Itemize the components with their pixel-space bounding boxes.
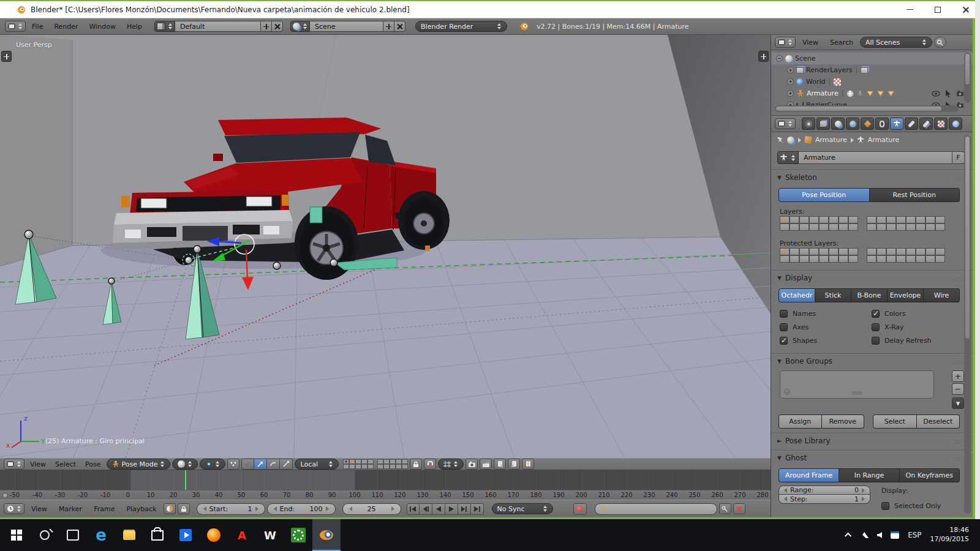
list-grip-icon[interactable]	[852, 392, 862, 394]
viewport-shading-selector[interactable]	[172, 459, 198, 470]
layer-toggle[interactable]	[799, 223, 809, 231]
layer-toggle[interactable]	[809, 223, 819, 231]
tab-bone-constraints-icon[interactable]	[919, 118, 933, 130]
panel-header-ghost[interactable]: ▼Ghost	[777, 454, 807, 462]
scene-value[interactable]: Scene	[310, 21, 383, 32]
layer-toggle[interactable]	[848, 255, 858, 263]
add-layout-button[interactable]	[261, 21, 272, 32]
display-option-shapes[interactable]: Shapes	[780, 334, 867, 347]
panel-header-bone-groups[interactable]: ▼Bone Groups	[777, 357, 832, 365]
layer-toggle[interactable]	[819, 223, 829, 231]
play-button[interactable]	[445, 503, 458, 515]
file-explorer-icon[interactable]	[115, 519, 143, 551]
layer-toggle[interactable]	[799, 255, 809, 263]
bone-group-specials-button[interactable]: ▾	[952, 397, 964, 409]
viewport-layer-toggle[interactable]	[349, 464, 355, 469]
layer-toggle[interactable]	[839, 216, 848, 223]
tab-material-icon[interactable]	[934, 118, 948, 130]
collapse-icon[interactable]	[776, 55, 783, 62]
ghost-selected-only-option[interactable]: Selected Only	[881, 499, 941, 512]
bone-joint-selected[interactable]	[185, 257, 192, 264]
increment-icon[interactable]	[862, 497, 865, 501]
tab-render-layers-icon[interactable]	[816, 118, 830, 130]
search-icon[interactable]	[31, 519, 59, 551]
outliner-item-scene[interactable]: Scene	[771, 53, 973, 64]
display-option-x-ray[interactable]: X-Ray	[872, 320, 959, 334]
jump-to-next-keyframe-button[interactable]	[458, 503, 471, 515]
sidebar-expand-button[interactable]	[758, 51, 769, 62]
remove-bone-group-button[interactable]: −	[952, 383, 964, 395]
tab-object-data-icon[interactable]	[890, 118, 903, 130]
expand-icon[interactable]	[787, 67, 794, 73]
bone-joint[interactable]	[273, 262, 281, 269]
layer-toggle[interactable]	[809, 255, 819, 263]
pivot-point-selector[interactable]	[200, 459, 225, 470]
menu-playback[interactable]: Playback	[121, 504, 161, 514]
layer-toggle[interactable]	[819, 216, 829, 223]
layer-toggle[interactable]	[876, 255, 886, 263]
layer-toggle[interactable]	[790, 248, 799, 255]
segment-rest-position[interactable]: Rest Position	[870, 188, 960, 202]
panel-grip-icon[interactable]: ::::	[954, 438, 964, 444]
toolbar-expand-button[interactable]	[1, 51, 12, 62]
frame-start-field[interactable]: Start:1	[197, 503, 265, 515]
adobe-reader-icon[interactable]: A	[228, 519, 256, 551]
breadcrumb-object[interactable]: Armature	[815, 136, 847, 144]
menu-window[interactable]: Window	[85, 21, 121, 32]
opengl-render-animation-button[interactable]	[480, 459, 492, 470]
layer-toggle[interactable]	[809, 216, 819, 223]
fake-user-button[interactable]: F	[952, 151, 965, 164]
layer-toggle[interactable]	[916, 255, 925, 263]
layer-toggle[interactable]	[790, 255, 799, 263]
viewport-layer-toggle[interactable]	[361, 459, 368, 464]
editor-type-button-3dview[interactable]	[4, 459, 24, 470]
increment-icon[interactable]	[255, 506, 258, 511]
panel-header-skeleton[interactable]: ▼Skeleton	[777, 173, 817, 182]
copy-pose-button[interactable]	[494, 459, 506, 470]
opengl-render-image-button[interactable]	[466, 459, 478, 470]
use-preview-range-toggle[interactable]	[164, 503, 176, 514]
layer-toggle[interactable]	[886, 216, 896, 223]
tab-scene-icon[interactable]	[831, 118, 845, 130]
layer-toggle[interactable]	[829, 248, 839, 255]
outliner-item-armature[interactable]: Armature	[771, 88, 973, 99]
layer-toggle[interactable]	[925, 255, 935, 263]
snap-element-selector[interactable]	[438, 459, 464, 470]
task-view-icon[interactable]	[59, 519, 87, 551]
layer-toggle[interactable]	[935, 248, 945, 255]
viewport-layer-toggle[interactable]	[377, 459, 383, 464]
viewport-layer-toggle[interactable]	[402, 459, 408, 464]
checkbox[interactable]	[872, 323, 880, 331]
viewport-layer-toggle[interactable]	[349, 459, 355, 464]
layer-toggle[interactable]	[780, 216, 790, 223]
play-reverse-button[interactable]	[432, 503, 445, 515]
editor-type-button-timeline[interactable]	[4, 503, 24, 514]
menu-search[interactable]: Search	[825, 37, 858, 48]
insert-keyframe-button[interactable]	[719, 503, 731, 514]
manipulate-center-points-toggle[interactable]	[227, 459, 239, 470]
menu-view[interactable]: View	[26, 460, 50, 469]
tab-bone-icon[interactable]	[905, 118, 918, 130]
paste-flipped-pose-button[interactable]	[522, 459, 534, 470]
tab-object-icon[interactable]	[861, 118, 874, 130]
viewport-layer-toggle[interactable]	[368, 459, 374, 464]
segment-octahedr[interactable]: Octahedr	[778, 288, 815, 302]
outliner-item-renderlayers[interactable]: RenderLayers	[771, 64, 973, 76]
pin-icon[interactable]	[777, 137, 783, 143]
panel-grip-icon[interactable]: ::::	[954, 358, 964, 365]
auto-keyframe-toggle[interactable]	[573, 503, 587, 515]
interaction-mode-selector[interactable]: Pose Mode	[107, 459, 171, 470]
layer-toggle[interactable]	[896, 223, 906, 231]
current-frame-indicator[interactable]	[185, 470, 186, 490]
layer-toggle[interactable]	[916, 248, 925, 255]
layer-toggle[interactable]	[829, 216, 839, 223]
editor-type-button-properties[interactable]	[775, 118, 796, 129]
tab-world-icon[interactable]	[846, 118, 859, 130]
screen-layout-value[interactable]: Default	[175, 21, 261, 32]
scene-selector[interactable]: Scene	[290, 21, 405, 32]
layer-toggle[interactable]	[876, 223, 886, 231]
movies-tv-icon[interactable]	[172, 519, 200, 551]
layer-toggle[interactable]	[925, 223, 935, 231]
layer-toggle[interactable]	[906, 223, 916, 231]
segment-assign[interactable]: Assign	[778, 414, 822, 429]
